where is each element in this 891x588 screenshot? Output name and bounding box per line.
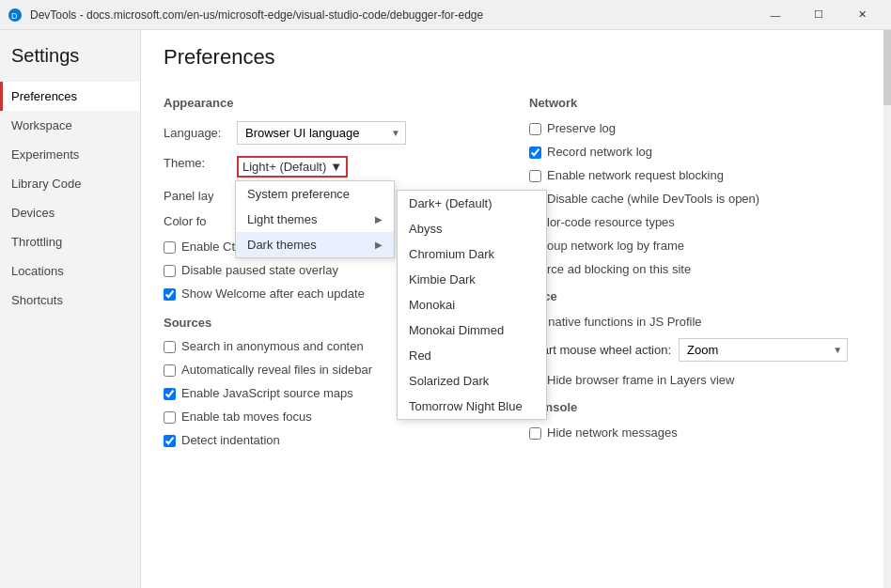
content-area: Preferences Appearance Language: Browser… [141, 30, 891, 588]
monokai-label: Monokai [409, 298, 455, 312]
theme-value: Light+ (Default) [242, 160, 326, 174]
ad-blocking-label: rce ad blocking on this site [547, 262, 691, 276]
search-anon-checkbox[interactable] [164, 341, 176, 353]
sidebar-item-preferences[interactable]: Preferences [0, 82, 140, 111]
ctrl-shortcut-checkbox[interactable] [164, 241, 176, 254]
scrollbar-track[interactable] [883, 30, 891, 588]
titlebar-controls: — ☐ ✕ [754, 0, 883, 30]
sidebar-label-shortcuts: Shortcuts [11, 293, 63, 307]
sources-detect-indent: Detect indentation [164, 433, 492, 447]
close-button[interactable]: ✕ [840, 0, 883, 30]
light-themes-label: Light themes [247, 212, 317, 226]
dropdown-system-preference[interactable]: System preference [236, 181, 394, 207]
paused-overlay-checkbox[interactable] [164, 265, 176, 277]
js-sourcemaps-label: Enable JavaScript source maps [181, 386, 353, 400]
show-welcome-checkbox[interactable] [164, 288, 176, 301]
theme-dropdown-menu: System preference Light themes ▶ Dark th… [235, 180, 395, 258]
network-ad-blocking: rce ad blocking on this site [529, 262, 857, 276]
mouse-wheel-select[interactable]: Zoom [679, 338, 848, 362]
hide-browser-frame-label: Hide browser frame in Layers view [547, 373, 734, 387]
scrollbar-thumb[interactable] [883, 30, 891, 105]
language-select[interactable]: Browser UI language [237, 121, 406, 145]
dark-theme-kimbie-dark[interactable]: Kimbie Dark [398, 267, 546, 292]
sidebar-item-experiments[interactable]: Experiments [0, 140, 140, 169]
dark-theme-abyss[interactable]: Abyss [398, 216, 546, 241]
dark-themes-arrow-icon: ▶ [375, 240, 383, 250]
dark-theme-tomorrow-night-blue[interactable]: Tomorrow Night Blue [398, 394, 546, 419]
preserve-log-checkbox[interactable] [529, 123, 541, 135]
solarized-dark-label: Solarized Dark [409, 374, 489, 388]
dark-theme-chromium-dark[interactable]: Chromium Dark [398, 241, 546, 267]
tab-focus-checkbox[interactable] [164, 411, 176, 424]
titlebar-title: DevTools - docs.microsoft.com/en-us/micr… [30, 8, 483, 22]
color-code-label: lor-code resource types [547, 215, 675, 229]
network-color-code: lor-code resource types [529, 215, 857, 229]
theme-dropdown-wrapper: Light+ (Default) ▼ System preference Lig… [237, 156, 348, 178]
theme-chevron-icon: ▼ [330, 160, 342, 174]
disable-cache-label: Disable cache (while DevTools is open) [547, 192, 759, 206]
hide-network-checkbox[interactable] [529, 427, 541, 440]
dark-theme-red[interactable]: Red [398, 343, 546, 368]
perf-mouse-wheel-row: chart mouse wheel action: Zoom ▼ [529, 338, 857, 362]
theme-row: Theme: Light+ (Default) ▼ System prefere… [164, 156, 492, 178]
request-blocking-checkbox[interactable] [529, 170, 541, 182]
svg-text:D: D [11, 11, 18, 21]
page-title: Preferences [164, 45, 857, 70]
sidebar-item-shortcuts[interactable]: Shortcuts [0, 286, 140, 315]
kimbie-dark-label: Kimbie Dark [409, 272, 476, 286]
dark-theme-solarized-dark[interactable]: Solarized Dark [398, 368, 546, 394]
show-welcome-label: Show Welcome after each update [181, 286, 365, 301]
detect-indent-checkbox[interactable] [164, 435, 176, 447]
dropdown-light-themes[interactable]: Light themes ▶ [236, 207, 394, 232]
js-sourcemaps-checkbox[interactable] [164, 388, 176, 400]
auto-reveal-checkbox[interactable] [164, 364, 176, 377]
devtools-icon: D [8, 8, 23, 23]
dark-plus-label: Dark+ (Default) [409, 196, 492, 210]
performance-subsection: ance ow native functions in JS Profile c… [529, 289, 857, 387]
console-subsection: Console Hide network messages [529, 400, 857, 440]
sidebar-label-library-code: Library Code [11, 177, 81, 191]
tab-focus-label: Enable tab moves focus [181, 410, 312, 424]
perf-mouse-label: chart mouse wheel action: [529, 343, 671, 357]
chromium-dark-label: Chromium Dark [409, 247, 494, 261]
dropdown-dark-themes[interactable]: Dark themes ▶ [236, 232, 394, 257]
left-column: Appearance Language: Browser UI language… [164, 88, 492, 456]
console-hide-network: Hide network messages [529, 426, 857, 440]
abyss-label: Abyss [409, 222, 442, 236]
panel-layout-label: Panel lay [164, 189, 229, 203]
theme-button[interactable]: Light+ (Default) ▼ [237, 156, 348, 178]
sidebar-item-devices[interactable]: Devices [0, 198, 140, 227]
group-log-label: oup network log by frame [547, 239, 684, 253]
paused-overlay-label: Disable paused state overlay [181, 263, 338, 277]
dark-theme-monokai[interactable]: Monokai [398, 292, 546, 317]
hide-network-label: Hide network messages [547, 426, 678, 440]
record-log-label: Record network log [547, 145, 652, 159]
detect-indent-label: Detect indentation [181, 433, 280, 447]
sidebar-item-locations[interactable]: Locations [0, 256, 140, 286]
maximize-button[interactable]: ☐ [797, 0, 840, 30]
titlebar-left: D DevTools - docs.microsoft.com/en-us/mi… [8, 8, 483, 23]
language-select-wrapper: Browser UI language ▼ [237, 121, 406, 145]
color-format-label: Color fo [164, 214, 229, 228]
light-themes-arrow-icon: ▶ [375, 214, 383, 224]
sidebar-label-throttling: Throttling [11, 235, 62, 249]
network-preserve-log: Preserve log [529, 121, 857, 135]
sidebar-item-workspace[interactable]: Workspace [0, 111, 140, 140]
sidebar-label-preferences: Preferences [11, 89, 77, 103]
tomorrow-night-blue-label: Tomorrow Night Blue [409, 399, 523, 413]
record-log-checkbox[interactable] [529, 147, 541, 159]
sidebar-item-throttling[interactable]: Throttling [0, 227, 140, 256]
theme-label: Theme: [164, 156, 229, 170]
network-request-blocking: Enable network request blocking [529, 168, 857, 182]
minimize-button[interactable]: — [754, 0, 797, 30]
dark-theme-monokai-dimmed[interactable]: Monokai Dimmed [398, 317, 546, 343]
preserve-log-label: Preserve log [547, 121, 616, 135]
monokai-dimmed-label: Monokai Dimmed [409, 323, 504, 337]
perf-hide-browser-frame: Hide browser frame in Layers view [529, 373, 857, 387]
sidebar-item-library-code[interactable]: Library Code [0, 169, 140, 198]
network-disable-cache: Disable cache (while DevTools is open) [529, 192, 857, 206]
language-row: Language: Browser UI language ▼ [164, 121, 492, 145]
console-header: Console [529, 400, 857, 414]
dark-theme-dark-plus[interactable]: Dark+ (Default) [398, 191, 546, 216]
appearance-header: Appearance [164, 96, 492, 110]
